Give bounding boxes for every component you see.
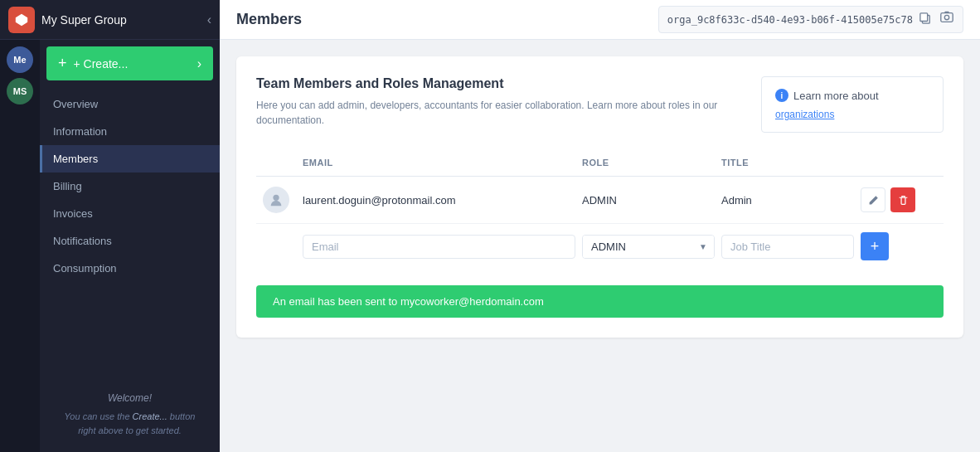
org-id-container: orga_9c8f633c-d540-4e93-b06f-415005e75c7… bbox=[658, 6, 963, 33]
svg-point-4 bbox=[944, 15, 948, 19]
copy-org-id-button[interactable] bbox=[916, 12, 934, 27]
user-icon bbox=[269, 192, 284, 207]
col-email: EMAIL bbox=[303, 158, 575, 168]
member-role: ADMIN bbox=[582, 194, 715, 207]
create-hint-link: Create... bbox=[133, 411, 167, 421]
new-member-title-input[interactable] bbox=[721, 235, 854, 259]
copy-icon bbox=[919, 12, 931, 24]
sidebar-footer: Welcome! You can use the Create... butto… bbox=[40, 377, 220, 452]
svg-rect-5 bbox=[944, 12, 948, 13]
table-row: laurent.doguin@protonmail.com ADMIN Admi… bbox=[256, 177, 944, 224]
sidebar-item-overview[interactable]: Overview bbox=[40, 90, 220, 118]
svg-marker-0 bbox=[16, 13, 27, 25]
new-member-email-input[interactable] bbox=[303, 235, 575, 259]
logo-icon bbox=[14, 12, 29, 27]
organizations-link[interactable]: organizations bbox=[775, 109, 834, 120]
screenshot-icon bbox=[939, 10, 954, 25]
page-title: Members bbox=[236, 11, 658, 28]
members-card: Team Members and Roles Management Here y… bbox=[236, 56, 963, 338]
main-header: Members orga_9c8f633c-d540-4e93-b06f-415… bbox=[220, 0, 980, 40]
edit-member-button[interactable] bbox=[861, 187, 885, 212]
edit-icon bbox=[868, 195, 879, 206]
org-id-value: orga_9c8f633c-d540-4e93-b06f-415005e75c7… bbox=[667, 14, 913, 26]
svg-point-6 bbox=[273, 195, 279, 201]
info-icon: i bbox=[775, 89, 788, 102]
main-body: Team Members and Roles Management Here y… bbox=[220, 40, 980, 452]
member-email: laurent.doguin@protonmail.com bbox=[303, 194, 575, 207]
col-actions bbox=[861, 158, 944, 168]
new-member-row: ADMIN DEVELOPER ACCOUNTANT READER ▼ + bbox=[256, 224, 944, 269]
card-description: Team Members and Roles Management Here y… bbox=[256, 76, 745, 133]
sidebar-content: + + Create... › Overview Information Mem… bbox=[40, 40, 220, 452]
add-button-cell: + bbox=[861, 232, 944, 260]
sidebar: Me MS My Super Group ‹ + + Create... › O… bbox=[0, 0, 220, 452]
sidebar-item-consumption[interactable]: Consumption bbox=[40, 255, 220, 282]
email-input-cell bbox=[303, 235, 575, 259]
welcome-text: Welcome! bbox=[53, 391, 206, 406]
role-select[interactable]: ADMIN DEVELOPER ACCOUNTANT READER bbox=[583, 236, 714, 258]
member-title: Admin bbox=[721, 194, 854, 207]
hint-text: You can use the Create... buttonright ab… bbox=[53, 410, 206, 439]
info-box-header: i Learn more about bbox=[775, 89, 929, 102]
svg-rect-2 bbox=[920, 13, 928, 22]
member-actions bbox=[861, 187, 944, 212]
col-title: TITLE bbox=[721, 158, 854, 168]
screenshot-button[interactable] bbox=[939, 10, 954, 29]
plus-icon: + bbox=[58, 55, 67, 72]
card-header: Team Members and Roles Management Here y… bbox=[256, 76, 944, 133]
svg-rect-3 bbox=[941, 13, 953, 22]
sidebar-header: My Super Group ‹ bbox=[0, 0, 220, 40]
role-select-cell: ADMIN DEVELOPER ACCOUNTANT READER ▼ bbox=[582, 235, 715, 259]
app-logo bbox=[8, 7, 35, 33]
sidebar-item-information[interactable]: Information bbox=[40, 118, 220, 145]
role-select-wrapper: ADMIN DEVELOPER ACCOUNTANT READER ▼ bbox=[582, 235, 715, 259]
col-role: ROLE bbox=[582, 158, 715, 168]
create-arrow-icon: › bbox=[197, 56, 201, 71]
trash-icon bbox=[898, 195, 909, 206]
success-banner: An email has been sent to mycoworker@her… bbox=[256, 285, 944, 318]
card-subtitle: Here you can add admin, developers, acco… bbox=[256, 98, 745, 128]
card-title: Team Members and Roles Management bbox=[256, 76, 745, 91]
group-name: My Super Group bbox=[41, 13, 207, 27]
avatar-me[interactable]: Me bbox=[7, 46, 33, 73]
sidebar-item-members[interactable]: Members bbox=[40, 145, 220, 173]
avatar bbox=[263, 187, 289, 213]
main-content: Members orga_9c8f633c-d540-4e93-b06f-415… bbox=[220, 0, 980, 452]
sidebar-item-invoices[interactable]: Invoices bbox=[40, 200, 220, 227]
info-box-title: Learn more about bbox=[793, 90, 879, 102]
avatar-strip: Me MS bbox=[0, 40, 40, 452]
delete-member-button[interactable] bbox=[890, 187, 915, 212]
col-avatar bbox=[256, 158, 296, 168]
collapse-button[interactable]: ‹ bbox=[207, 12, 211, 27]
sidebar-item-notifications[interactable]: Notifications bbox=[40, 227, 220, 255]
title-input-cell bbox=[721, 235, 854, 259]
create-button-label: + Create... bbox=[74, 57, 129, 70]
avatar-ms[interactable]: MS bbox=[7, 78, 33, 104]
create-button[interactable]: + + Create... › bbox=[46, 46, 213, 80]
nav-menu: Overview Information Members Billing Inv… bbox=[40, 87, 220, 377]
table-header: EMAIL ROLE TITLE bbox=[256, 153, 944, 177]
members-table: EMAIL ROLE TITLE laurent.doguin@protonma… bbox=[256, 153, 944, 269]
user-avatar-cell bbox=[256, 187, 296, 213]
info-box: i Learn more about organizations bbox=[761, 76, 944, 133]
add-member-button[interactable]: + bbox=[861, 232, 889, 260]
sidebar-item-billing[interactable]: Billing bbox=[40, 173, 220, 200]
